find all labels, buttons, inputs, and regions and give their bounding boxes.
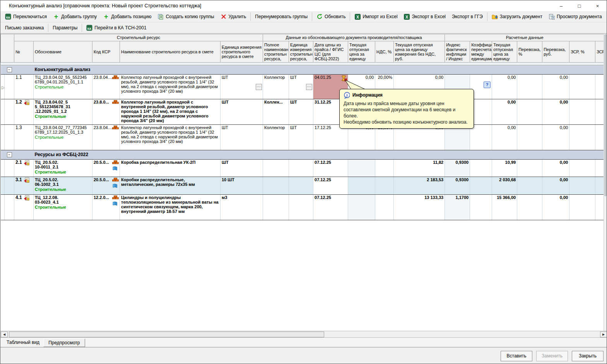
- cell-num[interactable]: 3.1: [14, 177, 34, 195]
- cell-full[interactable]: [263, 195, 289, 220]
- cell-calc[interactable]: 0,00: [492, 99, 517, 125]
- toolbar2-button-письмо-заказчика[interactable]: Письмо заказчика: [2, 23, 47, 32]
- cell-zsrp[interactable]: [569, 160, 595, 177]
- scroll-left-arrow-icon[interactable]: ◀: [1, 332, 8, 337]
- cell-index[interactable]: 0,9300: [445, 160, 470, 177]
- row-gutter-cell[interactable]: [5, 177, 14, 195]
- scroll-right-arrow-icon[interactable]: ▶: [600, 332, 607, 337]
- cell-justification[interactable]: ТЦ_12.2.08. 03-0023_4.1Строительные: [34, 195, 92, 220]
- cell-resource-name[interactable]: Коробка распределительная УК-2П: [120, 160, 221, 177]
- cell-unit2[interactable]: [289, 195, 313, 220]
- cell-full[interactable]: Коллектор: [263, 125, 289, 150]
- cell-resource-name[interactable]: Коробки распределительные, металлические…: [120, 177, 221, 195]
- cell-unit[interactable]: 10 ШТ: [221, 177, 263, 195]
- cell-num[interactable]: 1.3: [14, 125, 34, 150]
- cell-unit2[interactable]: ШТ: [289, 99, 313, 125]
- cell-price-date[interactable]: 07.12.25: [313, 160, 348, 177]
- ellipsis-button[interactable]: ...: [256, 84, 262, 90]
- cell-ksr-code[interactable]: 20.5.0...: [92, 160, 120, 177]
- cell-ksr-code[interactable]: 20.5.0...: [92, 177, 120, 195]
- vertical-scrollbar[interactable]: [604, 34, 607, 331]
- toolbar-button-экспорт-в-excel[interactable]: XЭкспорт в Excel: [401, 12, 449, 21]
- price-document-icon[interactable]: [24, 100, 30, 106]
- cell-unit[interactable]: ШТ: [221, 160, 263, 177]
- cell-tpct[interactable]: [517, 99, 542, 125]
- cell-novat[interactable]: 2 183,53: [394, 177, 445, 195]
- vertical-scrollbar-thumb[interactable]: [604, 34, 607, 196]
- cell-zsrp[interactable]: [569, 195, 595, 220]
- cell-tpct[interactable]: [517, 125, 542, 150]
- cell-ksr-code[interactable]: 23.8.04....: [92, 125, 120, 150]
- cell-unit2[interactable]: ШТ: [289, 125, 313, 150]
- horizontal-scrollbar-thumb[interactable]: [9, 332, 324, 337]
- cell-num[interactable]: 1.1: [14, 75, 34, 99]
- price-document-icon[interactable]: [24, 195, 30, 201]
- toolbar-button-импорт-из-excel[interactable]: XИмпорт из Excel: [351, 12, 400, 21]
- cell-unit[interactable]: ШТ: [221, 99, 263, 125]
- cell-tpct[interactable]: [517, 195, 542, 220]
- cell-justification[interactable]: ТЦ_23.8.04.02_77_772345 6789_17.12.2025_…: [34, 125, 92, 150]
- toolbar2-button-перейти-в-ка-тсн-2001[interactable]: КАПерейти в КА ТСН-2001: [83, 23, 149, 32]
- toolbar-button-загрузить-документ[interactable]: Загрузить документ: [489, 12, 545, 21]
- ellipsis-button[interactable]: ...: [306, 84, 312, 90]
- cell-justification[interactable]: ТЦ_20.5.02. 06-1002_3.1Строительные: [34, 177, 92, 195]
- cell-index[interactable]: 0,9300: [445, 177, 470, 195]
- cell-trub[interactable]: 0,00: [542, 177, 569, 195]
- cell-trub[interactable]: 0,00: [542, 99, 569, 125]
- cell-price-date[interactable]: 07.12.25: [313, 195, 348, 220]
- cell-index[interactable]: 1,1700: [445, 195, 470, 220]
- toolbar-button-перенумеровать-группы[interactable]: Перенумеровать группы: [252, 12, 311, 21]
- cell-zsrp[interactable]: [569, 177, 595, 195]
- cell-full[interactable]: [263, 160, 289, 177]
- закрыть-button[interactable]: Закрыть: [572, 351, 604, 361]
- cell-ksr-code[interactable]: 23.8.04....: [92, 75, 120, 99]
- toolbar-button-переключиться[interactable]: КАПереключиться: [2, 12, 50, 21]
- tab-табличный-вид[interactable]: Табличный вид: [3, 338, 43, 347]
- cell-zsrp[interactable]: [569, 99, 595, 125]
- cell-calc[interactable]: 10,99: [492, 160, 517, 177]
- cell-coeff[interactable]: [470, 125, 492, 150]
- cell-coeff[interactable]: [470, 195, 492, 220]
- cell-resource-name[interactable]: Цилиндры и полуцилиндры теплоизоляционны…: [120, 195, 221, 220]
- toolbar-button-удалить[interactable]: Удалить: [217, 12, 250, 21]
- cell-calc[interactable]: 0,00: [492, 125, 517, 150]
- close-button[interactable]: ×: [588, 0, 607, 11]
- cell-calc[interactable]: 15 366,00: [492, 195, 517, 220]
- horizontal-scrollbar[interactable]: ◀ ▶: [0, 331, 607, 338]
- cell-ksr-code[interactable]: 23.8.0...: [92, 99, 120, 125]
- coefficient-help-button[interactable]: ?: [484, 82, 491, 88]
- cell-tpct[interactable]: [517, 177, 542, 195]
- cell-num[interactable]: 2.1: [14, 160, 34, 177]
- cell-unit[interactable]: м3: [221, 195, 263, 220]
- maximize-button[interactable]: □: [570, 0, 588, 11]
- price-document-icon[interactable]: [24, 177, 30, 184]
- row-gutter-cell[interactable]: [5, 99, 14, 125]
- cell-unit2[interactable]: [289, 177, 313, 195]
- row-gutter-cell[interactable]: [5, 160, 14, 177]
- toolbar-button-добавить-позицию[interactable]: +Добавить позицию: [100, 12, 154, 21]
- cell-unit[interactable]: ШТ...: [221, 75, 263, 99]
- toolbar-button-экспорт-в-ггэ[interactable]: Экспорт в ГГЭ: [449, 12, 486, 21]
- cell-tpct[interactable]: [517, 160, 542, 177]
- cell-price[interactable]: [348, 195, 375, 220]
- cell-resource-name[interactable]: Коллектор латунный проходной с внутренне…: [120, 125, 221, 150]
- вставить-button[interactable]: Вставить: [501, 351, 532, 361]
- cell-unit[interactable]: ШТ: [221, 125, 263, 150]
- cell-coeff[interactable]: [470, 177, 492, 195]
- toolbar-button-обновить[interactable]: Обновить: [313, 12, 349, 21]
- cell-price[interactable]: [348, 160, 375, 177]
- toolbar-button-создать-копию-группы[interactable]: Создать копию группы: [154, 12, 217, 21]
- cell-ksr-code[interactable]: 12.2.0...: [92, 195, 120, 220]
- cell-vat[interactable]: [375, 160, 394, 177]
- toolbar2-button-параметры[interactable]: Параметры: [50, 23, 80, 32]
- cell-calc[interactable]: 0,00: [492, 75, 517, 99]
- cell-unit2[interactable]: [289, 160, 313, 177]
- cell-full[interactable]: [263, 177, 289, 195]
- cell-vat[interactable]: [375, 177, 394, 195]
- cell-vat[interactable]: [375, 195, 394, 220]
- cell-zsrp[interactable]: [569, 125, 595, 150]
- row-gutter-cell[interactable]: [5, 75, 14, 99]
- row-gutter-cell[interactable]: [5, 125, 14, 150]
- cell-trub[interactable]: 0,00: [542, 160, 569, 177]
- price-document-icon[interactable]: [24, 160, 30, 166]
